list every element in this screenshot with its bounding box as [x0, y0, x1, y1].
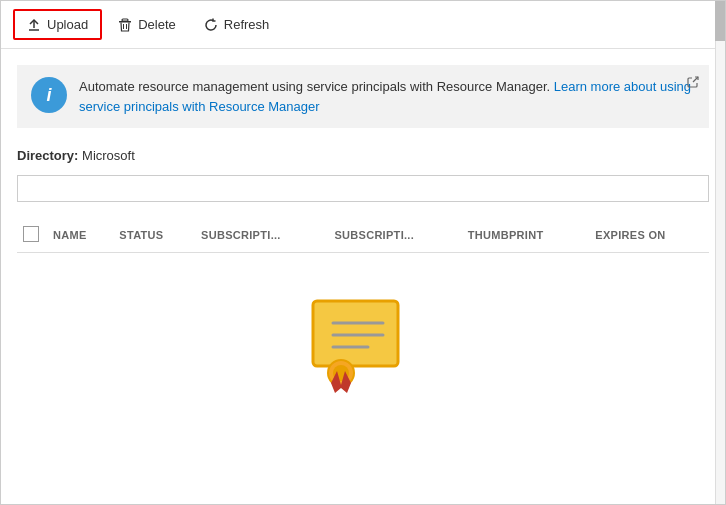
certificate-icon	[303, 293, 423, 393]
subscription2-column-header: SUBSCRIPTI...	[328, 218, 461, 253]
scrollbar-thumb[interactable]	[715, 1, 725, 41]
upload-button[interactable]: Upload	[13, 9, 102, 40]
empty-state	[17, 253, 709, 413]
search-input[interactable]	[17, 175, 709, 202]
refresh-label: Refresh	[224, 17, 270, 32]
certificates-table: NAME STATUS SUBSCRIPTI... SUBSCRIPTI... …	[17, 218, 709, 253]
external-link-icon[interactable]	[687, 75, 699, 91]
table-header-row: NAME STATUS SUBSCRIPTI... SUBSCRIPTI... …	[17, 218, 709, 253]
directory-row: Directory: Microsoft	[17, 148, 709, 163]
info-banner: i Automate resource management using ser…	[17, 65, 709, 128]
refresh-button[interactable]: Refresh	[192, 11, 282, 38]
directory-label: Directory:	[17, 148, 78, 163]
delete-button[interactable]: Delete	[106, 11, 188, 38]
checkbox-column-header	[17, 218, 47, 253]
subscription1-column-header: SUBSCRIPTI...	[195, 218, 328, 253]
delete-label: Delete	[138, 17, 176, 32]
svg-line-6	[693, 77, 698, 82]
info-text-before-link: Automate resource management using servi…	[79, 79, 554, 94]
directory-value: Microsoft	[82, 148, 135, 163]
status-column-header: STATUS	[113, 218, 195, 253]
thumbprint-column-header: THUMBPRINT	[462, 218, 590, 253]
scrollbar-track	[715, 1, 725, 504]
refresh-icon	[204, 18, 218, 32]
info-icon: i	[31, 77, 67, 113]
delete-icon	[118, 18, 132, 32]
toolbar: Upload Delete Refresh	[1, 1, 725, 49]
main-content: i Automate resource management using ser…	[1, 49, 725, 499]
expires-column-header: EXPIRES ON	[589, 218, 709, 253]
upload-icon	[27, 18, 41, 32]
upload-label: Upload	[47, 17, 88, 32]
select-all-checkbox[interactable]	[23, 226, 39, 242]
page-wrapper: Upload Delete Refresh	[0, 0, 726, 505]
name-column-header: NAME	[47, 218, 113, 253]
info-text: Automate resource management using servi…	[79, 77, 695, 116]
svg-rect-3	[122, 19, 128, 21]
